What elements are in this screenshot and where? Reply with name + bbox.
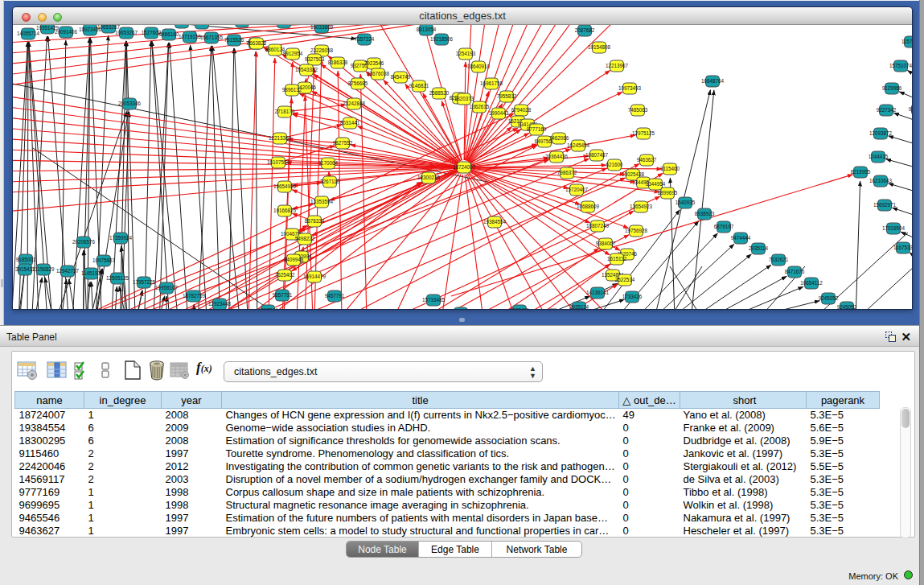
svg-text:8878334: 8878334 [305, 218, 325, 224]
svg-text:19384554: 19384554 [483, 219, 507, 225]
svg-text:9463627: 9463627 [637, 157, 657, 163]
svg-text:1254193: 1254193 [456, 51, 476, 56]
svg-text:3267110: 3267110 [320, 179, 340, 184]
svg-text:2087682: 2087682 [575, 27, 595, 33]
svg-text:9657791: 9657791 [273, 292, 293, 298]
svg-text:9474444: 9474444 [731, 235, 751, 241]
svg-text:10688609: 10688609 [577, 204, 600, 209]
svg-text:9457791: 9457791 [325, 293, 345, 299]
svg-text:9146821: 9146821 [409, 83, 429, 89]
svg-text:8409948: 8409948 [284, 257, 304, 262]
svg-text:7462066: 7462066 [549, 135, 569, 141]
svg-text:15720407: 15720407 [565, 187, 589, 192]
svg-text:15716485: 15716485 [422, 297, 446, 303]
svg-text:7663822: 7663822 [247, 40, 267, 46]
svg-text:2522514: 2522514 [615, 277, 635, 282]
svg-text:19218506: 19218506 [430, 36, 454, 42]
svg-text:16245454: 16245454 [567, 142, 590, 148]
svg-text:6899695: 6899695 [658, 190, 678, 196]
svg-text:16033809: 16033809 [310, 25, 334, 30]
svg-text:18807249: 18807249 [586, 223, 610, 229]
svg-text:9245052: 9245052 [819, 295, 839, 301]
svg-text:20091406: 20091406 [55, 29, 78, 35]
svg-text:12942737: 12942737 [56, 268, 80, 274]
svg-text:10154808: 10154808 [588, 44, 611, 50]
svg-text:12923448: 12923448 [208, 301, 232, 307]
svg-text:16107554: 16107554 [267, 159, 290, 165]
svg-text:16671355: 16671355 [200, 35, 224, 40]
svg-text:12975125: 12975125 [632, 130, 655, 136]
svg-text:7485063: 7485063 [628, 107, 648, 113]
svg-text:19166825: 19166825 [273, 208, 297, 213]
svg-text:13353594: 13353594 [310, 199, 334, 204]
svg-text:12505135: 12505135 [106, 275, 129, 281]
svg-text:1145193: 1145193 [81, 270, 101, 276]
svg-text:1820373: 1820373 [454, 96, 474, 101]
svg-text:2935114: 2935114 [569, 304, 589, 309]
svg-text:19654985: 19654985 [273, 183, 297, 189]
svg-text:7625402: 7625402 [275, 272, 295, 278]
svg-text:17016504: 17016504 [882, 225, 906, 231]
svg-text:9185001: 9185001 [16, 257, 36, 262]
svg-text:9384067: 9384067 [596, 241, 616, 246]
svg-text:2588520: 2588520 [429, 90, 450, 96]
svg-text:14055714: 14055714 [17, 31, 40, 36]
svg-text:12213369: 12213369 [269, 135, 292, 141]
svg-text:9245052: 9245052 [837, 304, 857, 309]
svg-text:16914479: 16914479 [303, 274, 326, 279]
svg-text:7986372: 7986372 [557, 170, 577, 175]
svg-text:1615112: 1615112 [607, 256, 627, 262]
svg-text:9227342: 9227342 [877, 107, 897, 113]
svg-text:9129966: 9129966 [882, 85, 902, 91]
svg-text:10025438: 10025438 [622, 171, 645, 177]
svg-text:10973493: 10973493 [618, 85, 642, 91]
svg-text:8186328: 8186328 [328, 60, 348, 65]
svg-text:10654112: 10654112 [800, 280, 823, 286]
svg-text:16782759: 16782759 [183, 293, 206, 299]
svg-text:8938923: 8938923 [695, 211, 715, 216]
svg-text:1362615: 1362615 [470, 104, 490, 109]
svg-text:7955812: 7955812 [497, 93, 517, 99]
svg-text:9896132: 9896132 [282, 87, 302, 93]
svg-text:2923546: 2923546 [364, 60, 384, 66]
svg-text:621600: 621600 [606, 162, 623, 167]
svg-text:8215955: 8215955 [851, 169, 871, 175]
svg-text:10719155: 10719155 [179, 34, 202, 39]
svg-text:10807487: 10807487 [585, 152, 609, 158]
svg-text:10543382: 10543382 [295, 67, 318, 72]
svg-text:8471676: 8471676 [785, 269, 805, 274]
svg-text:9777169: 9777169 [527, 126, 547, 132]
svg-text:1049319: 1049319 [192, 25, 212, 26]
svg-text:18724007: 18724007 [453, 164, 476, 170]
svg-text:10653267: 10653267 [115, 30, 138, 35]
svg-text:10975887: 10975887 [92, 257, 116, 263]
svg-text:12213967: 12213967 [606, 63, 629, 68]
svg-text:6794028: 6794028 [511, 107, 532, 113]
svg-text:1167533: 1167533 [893, 245, 913, 250]
svg-text:13654923: 13654923 [630, 204, 653, 209]
svg-text:20206576: 20206576 [72, 239, 96, 245]
svg-text:19756928: 19756928 [625, 228, 648, 233]
svg-text:16210643: 16210643 [869, 178, 893, 183]
svg-text:1990443: 1990443 [489, 110, 509, 116]
svg-text:8454749: 8454749 [391, 74, 411, 80]
svg-text:18300235: 18300235 [417, 175, 441, 180]
svg-text:8813054: 8813054 [417, 27, 437, 32]
svg-text:8912954: 8912954 [283, 51, 303, 56]
svg-text:17359924: 17359924 [109, 235, 133, 241]
svg-text:12093872: 12093872 [869, 130, 893, 136]
svg-text:15692971: 15692971 [873, 202, 897, 208]
svg-text:9827552: 9827552 [333, 140, 353, 146]
svg-text:6466160: 6466160 [159, 31, 179, 37]
svg-text:18640910: 18640910 [467, 64, 491, 69]
svg-text:1344954: 1344954 [646, 181, 666, 187]
svg-text:1292344: 1292344 [258, 307, 278, 309]
svg-text:6879197: 6879197 [714, 224, 734, 229]
svg-text:1065411: 1065411 [510, 307, 530, 309]
svg-text:1733426: 1733426 [622, 294, 643, 299]
svg-text:1244415: 1244415 [869, 154, 889, 159]
svg-text:2935114: 2935114 [749, 245, 769, 251]
svg-text:7515526: 7515526 [224, 37, 244, 43]
svg-text:8031441: 8031441 [340, 120, 360, 126]
svg-text:2718170: 2718170 [275, 109, 295, 114]
